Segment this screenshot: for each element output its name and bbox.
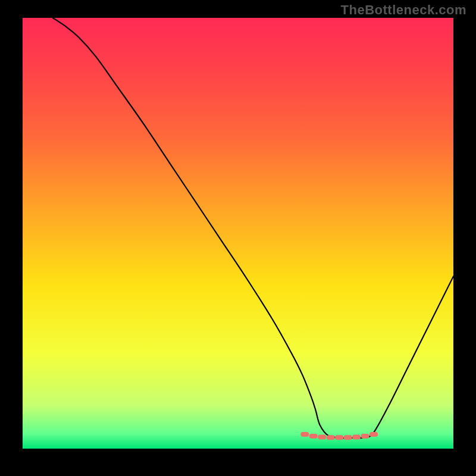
valley-marker (309, 434, 318, 439)
valley-marker (344, 435, 352, 440)
frame: TheBottleneck.com (0, 0, 476, 476)
valley-marker (318, 434, 326, 439)
valley-marker (361, 434, 369, 439)
chart-svg (23, 18, 453, 449)
watermark-text: TheBottleneck.com (341, 2, 466, 18)
gradient-rect (23, 18, 453, 449)
valley-marker (335, 435, 343, 440)
plot-area (23, 18, 453, 449)
valley-marker (327, 435, 335, 440)
valley-marker (300, 432, 309, 437)
valley-marker (369, 432, 378, 437)
valley-marker (352, 434, 361, 439)
